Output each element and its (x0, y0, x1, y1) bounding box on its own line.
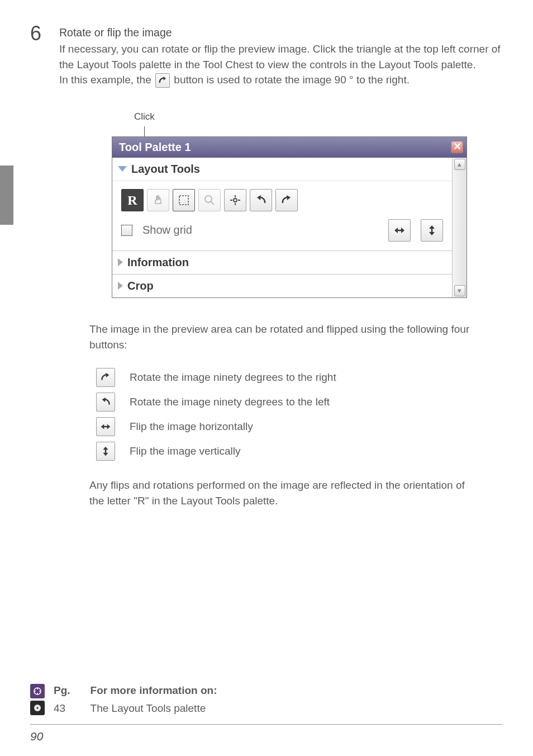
flip-vertical-button[interactable] (421, 219, 443, 242)
section-crop-label: Crop (127, 278, 154, 294)
side-tab (0, 166, 13, 225)
click-pointer-line (144, 126, 145, 136)
page-number: 90 (30, 728, 503, 745)
flip-horizontal-button[interactable] (388, 219, 411, 242)
layout-toolbar: R (121, 189, 443, 211)
scroll-down-icon[interactable]: ▾ (454, 285, 465, 296)
svg-rect-0 (179, 196, 188, 205)
marquee-tool-icon[interactable] (173, 189, 195, 211)
step-block: 6 Rotate or flip the image If necessary,… (30, 25, 503, 88)
chevron-right-icon (118, 258, 123, 266)
ref-pg-header: Pg. (54, 683, 70, 698)
final-paragraph: Any flips and rotations performed on the… (89, 478, 473, 508)
list-item: Rotate the image ninety degrees to the l… (96, 393, 473, 412)
section-information-label: Information (127, 254, 189, 271)
section-crop[interactable]: Crop (112, 274, 452, 297)
rotate-right-icon (155, 73, 170, 88)
step-title: Rotate or flip the image (59, 25, 503, 40)
step-paragraph-1: If necessary, you can rotate or flip the… (59, 41, 503, 72)
zoom-tool-icon[interactable] (198, 189, 221, 211)
show-grid-row: Show grid (121, 219, 443, 242)
show-grid-label: Show grid (142, 222, 378, 238)
svg-line-2 (211, 201, 214, 205)
step-para2-b: button is used to rotate the image 90 ° … (174, 74, 410, 86)
ref-pg-value: 43 (54, 701, 70, 716)
hand-tool-icon[interactable] (147, 189, 169, 211)
rotate-left-icon (96, 393, 115, 412)
chevron-right-icon (118, 282, 123, 290)
rotate-left-description: Rotate the image ninety degrees to the l… (130, 394, 330, 410)
flip-vertical-description: Flip the image vertically (130, 443, 241, 459)
flip-horizontal-icon (96, 417, 115, 436)
list-item: Flip the image vertically (96, 442, 473, 461)
page-content: 6 Rotate or flip the image If necessary,… (0, 0, 533, 508)
section-layout-tools-label: Layout Tools (131, 161, 200, 177)
focus-point-tool-icon[interactable] (224, 189, 246, 211)
click-label: Click (134, 110, 503, 124)
list-item: Flip the image horizontally (96, 417, 473, 436)
disc-icon (30, 701, 45, 715)
list-item: Rotate the image ninety degrees to the r… (96, 368, 473, 387)
palette-titlebar[interactable]: Tool Palette 1 ✕ (112, 137, 467, 158)
palette-title-text: Tool Palette 1 (119, 139, 191, 155)
scroll-up-icon[interactable]: ▴ (454, 159, 465, 170)
ref-info-header: For more information on: (91, 683, 217, 698)
summary-paragraph: The image in the preview area can be rot… (89, 322, 473, 352)
rotate-right-button[interactable] (275, 189, 298, 211)
footer-icons (30, 684, 45, 715)
close-icon[interactable]: ✕ (451, 141, 463, 153)
flip-vertical-icon (96, 442, 115, 461)
ref-info-text: The Layout Tools palette (91, 701, 217, 716)
show-grid-checkbox[interactable] (121, 225, 132, 236)
palette-scrollbar[interactable]: ▴ ▾ (452, 158, 467, 297)
step-para2-a: In this example, the (59, 74, 154, 86)
rotate-right-description: Rotate the image ninety degrees to the r… (130, 370, 336, 385)
svg-point-3 (234, 199, 237, 202)
reference-icon (30, 684, 45, 698)
footer-rule (30, 724, 503, 725)
footer-references: Pg. 43 For more information on: The Layo… (30, 683, 503, 716)
layout-tools-body: R (112, 181, 452, 251)
section-layout-tools[interactable]: Layout Tools (112, 158, 452, 181)
rotate-left-button[interactable] (250, 189, 272, 211)
icon-description-list: Rotate the image ninety degrees to the r… (96, 368, 473, 461)
step-paragraph-2: In this example, the button is used to r… (59, 72, 503, 88)
flip-horizontal-description: Flip the image horizontally (130, 419, 253, 434)
orientation-indicator-R[interactable]: R (121, 189, 144, 211)
step-body: Rotate or flip the image If necessary, y… (59, 25, 503, 88)
reference-table: Pg. 43 For more information on: The Layo… (54, 683, 217, 716)
section-information[interactable]: Information (112, 251, 452, 274)
svg-point-10 (36, 707, 38, 709)
chevron-down-icon (118, 166, 127, 172)
step-number: 6 (30, 23, 59, 88)
tool-palette: Tool Palette 1 ✕ Layout Tools R (112, 136, 467, 298)
page-footer: Pg. 43 For more information on: The Layo… (0, 683, 533, 745)
rotate-right-icon (96, 368, 115, 387)
